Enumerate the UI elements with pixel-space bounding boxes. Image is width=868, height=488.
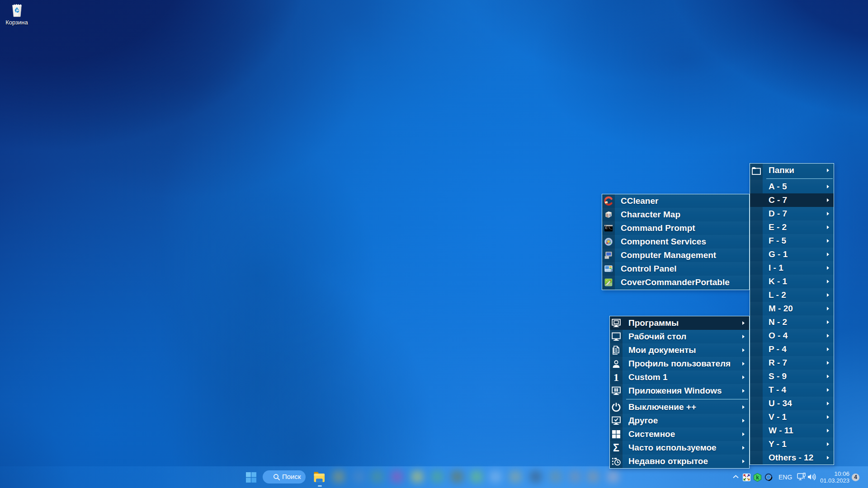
svg-text:2: 2 — [611, 268, 613, 272]
svg-text:1: 1 — [613, 373, 619, 382]
svg-text:Σ: Σ — [613, 443, 619, 452]
svg-text:C:\_: C:\_ — [605, 227, 612, 230]
svg-text:k: k — [756, 474, 759, 481]
svg-text:A: A — [609, 214, 612, 217]
